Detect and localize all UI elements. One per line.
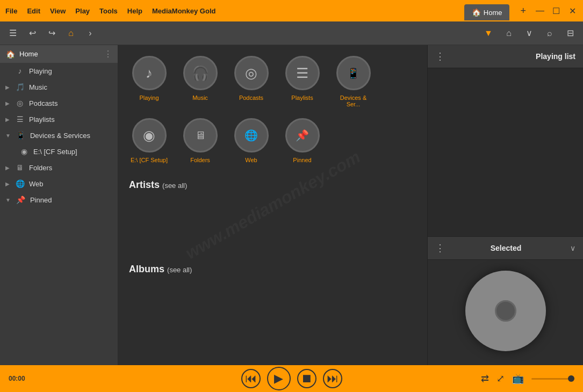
sidebar-item-podcasts[interactable]: ▶ ◎ Podcasts — [0, 95, 118, 111]
playing-list-more-icon[interactable]: ⋮ — [435, 50, 445, 62]
volume-dot[interactable] — [568, 375, 574, 382]
web-arrow-icon: ▶ — [5, 181, 10, 187]
sidebar-item-devices[interactable]: ▼ 📱 Devices & Services — [0, 127, 118, 143]
sidebar-item-pinned[interactable]: ▼ 📌 Pinned — [0, 192, 118, 208]
home-sidebar-icon: 🏠 — [5, 50, 15, 59]
sidebar-item-home[interactable]: 🏠 Home ⋮ — [0, 45, 118, 63]
cf-setup-circle-icon: ◉ — [132, 118, 167, 153]
selected-panel: ⋮ Selected ∨ — [428, 236, 583, 365]
volume-control[interactable] — [531, 378, 574, 380]
home-tab-icon: 🏠 — [472, 8, 481, 17]
sidebar-item-playing[interactable]: ♪ Playing — [0, 63, 118, 79]
sidebar-label-folders: Folders — [29, 164, 52, 172]
icon-podcasts[interactable]: ◎ Podcasts — [231, 56, 271, 107]
icon-playing[interactable]: ♪ Playing — [129, 56, 169, 107]
menu-file[interactable]: File — [5, 7, 17, 15]
menu-tools[interactable]: Tools — [99, 7, 118, 15]
folders-icon-label: Folders — [190, 157, 210, 163]
music-arrow-icon: ▶ — [5, 84, 10, 90]
playlists-circle-icon: ☰ — [285, 56, 320, 90]
icon-web[interactable]: 🌐 Web — [231, 118, 271, 163]
icon-playlists[interactable]: ☰ Playlists — [282, 56, 322, 107]
cf-setup-icon-label: E:\ [CF Setup] — [131, 157, 168, 163]
app-name: MediaMonkey Gold — [152, 7, 215, 15]
right-panel: ⋮ Playing list ⋮ Selected ∨ — [427, 45, 583, 365]
sidebar-item-playlists[interactable]: ▶ ☰ Playlists — [0, 111, 118, 127]
main-area: 🏠 Home ⋮ ♪ Playing ▶ 🎵 Music ▶ ◎ Podcast… — [0, 45, 583, 365]
sidebar: 🏠 Home ⋮ ♪ Playing ▶ 🎵 Music ▶ ◎ Podcast… — [0, 45, 118, 365]
artists-content — [129, 199, 416, 264]
next-track-button[interactable]: ⏭ — [323, 369, 342, 388]
devices-sidebar-icon: 📱 — [16, 131, 26, 140]
web-icon-label: Web — [245, 157, 257, 163]
win-minimize-icon[interactable]: — — [535, 6, 545, 16]
dropdown-icon[interactable]: ∨ — [522, 26, 537, 41]
sidebar-item-cf-setup[interactable]: ◉ E:\ [CF Setup] — [0, 143, 118, 159]
menu-bar: File Edit View Play Tools Help MediaMonk… — [5, 7, 456, 15]
volume-track[interactable] — [531, 378, 574, 380]
icon-cf-setup[interactable]: ◉ E:\ [CF Setup] — [129, 118, 169, 163]
stop-button[interactable]: ⏹ — [297, 369, 316, 388]
menu-view[interactable]: View — [50, 7, 66, 15]
music-sidebar-icon: 🎵 — [15, 83, 25, 91]
sidebar-item-music[interactable]: ▶ 🎵 Music — [0, 79, 118, 95]
toolbar: ☰ ↩ ↪ ⌂ › ▼ ⌂ ∨ ⌕ ⊟ — [0, 21, 583, 45]
devices-arrow-icon: ▼ — [5, 133, 11, 139]
window-controls: — ☐ ✕ — [535, 6, 578, 16]
sidebar-label-devices: Devices & Services — [30, 132, 90, 140]
forward-icon[interactable]: › — [83, 26, 98, 41]
hamburger-icon[interactable]: ☰ — [5, 26, 20, 41]
playlists-arrow-icon: ▶ — [5, 117, 10, 122]
artists-see-all[interactable]: (see all) — [162, 182, 187, 190]
sidebar-label-music: Music — [29, 83, 47, 91]
content-area: www.mediamonkey.com ♪ Playing 🎧 Music ◎ … — [118, 45, 427, 365]
albums-section-header: Albums (see all) — [129, 264, 416, 275]
sidebar-item-web[interactable]: ▶ 🌐 Web — [0, 176, 118, 192]
playlists-icon-label: Playlists — [291, 95, 313, 101]
selected-chevron-icon[interactable]: ∨ — [570, 244, 575, 252]
search-icon[interactable]: ⌕ — [542, 26, 557, 41]
cast-icon[interactable]: 📺 — [512, 373, 524, 384]
playing-sidebar-icon: ♪ — [15, 67, 25, 75]
win-restore-icon[interactable]: ☐ — [551, 6, 562, 16]
artists-section-header: Artists (see all) — [129, 179, 416, 191]
sidebar-more-home[interactable]: ⋮ — [104, 49, 112, 59]
icon-grid: ♪ Playing 🎧 Music ◎ Podcasts ☰ Playlists… — [129, 56, 416, 163]
album-art-area — [428, 260, 583, 362]
menu-edit[interactable]: Edit — [27, 7, 40, 15]
devices-icon-label: Devices & Ser... — [333, 95, 373, 107]
albums-see-all[interactable]: (see all) — [167, 266, 192, 274]
shuffle-icon[interactable]: ⤢ — [496, 373, 505, 384]
devices-circle-icon: 📱 — [336, 56, 371, 90]
icon-devices[interactable]: 📱 Devices & Ser... — [333, 56, 373, 107]
play-button[interactable]: ▶ — [267, 367, 291, 390]
undo-icon[interactable]: ↩ — [25, 26, 40, 41]
podcasts-arrow-icon: ▶ — [5, 100, 10, 106]
add-tab-button[interactable]: + — [520, 5, 526, 17]
sidebar-label-web: Web — [29, 180, 44, 188]
toolbar-home-icon[interactable]: ⌂ — [501, 26, 516, 41]
filter-icon[interactable]: ▼ — [481, 26, 496, 41]
podcasts-circle-icon: ◎ — [234, 56, 269, 90]
sidebar-label-podcasts: Podcasts — [29, 99, 57, 107]
icon-music[interactable]: 🎧 Music — [180, 56, 220, 107]
menu-help[interactable]: Help — [127, 7, 142, 15]
icon-folders[interactable]: 🖥 Folders — [180, 118, 220, 163]
prev-track-button[interactable]: ⏮ — [241, 369, 261, 388]
menu-play[interactable]: Play — [75, 7, 90, 15]
icon-pinned[interactable]: 📌 Pinned — [282, 118, 322, 163]
podcasts-sidebar-icon: ◎ — [15, 99, 25, 107]
home-icon[interactable]: ⌂ — [63, 26, 78, 41]
layout-icon[interactable]: ⊟ — [563, 26, 578, 41]
repeat-icon[interactable]: ⇄ — [481, 373, 489, 384]
pinned-icon-label: Pinned — [293, 157, 311, 163]
home-tab[interactable]: 🏠 Home — [464, 4, 510, 21]
redo-icon[interactable]: ↪ — [44, 26, 59, 41]
web-sidebar-icon: 🌐 — [15, 179, 25, 188]
selected-more-icon[interactable]: ⋮ — [435, 242, 445, 254]
pinned-circle-icon: 📌 — [285, 118, 320, 153]
sidebar-label-cf-setup: E:\ [CF Setup] — [33, 148, 77, 156]
sidebar-item-folders[interactable]: ▶ 🖥 Folders — [0, 159, 118, 176]
win-close-icon[interactable]: ✕ — [567, 6, 578, 16]
music-icon-label: Music — [192, 95, 208, 101]
